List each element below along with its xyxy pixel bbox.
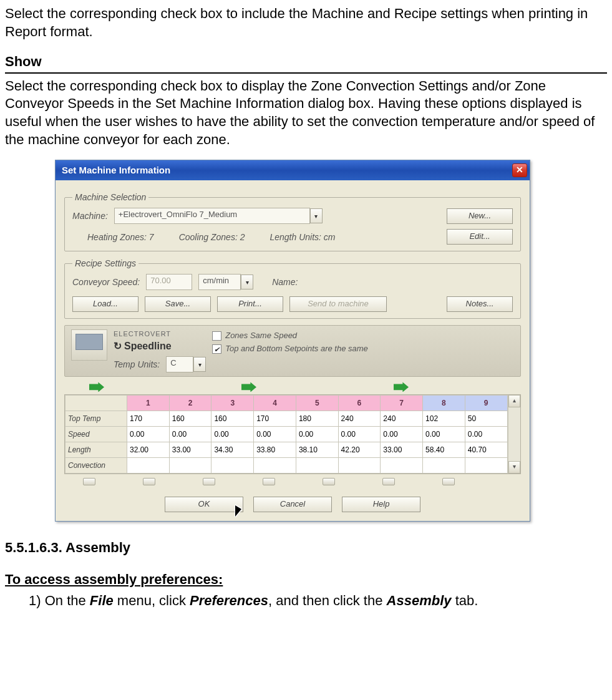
ok-button[interactable]: OK xyxy=(165,497,243,512)
zone-table: 1 2 3 4 5 6 7 8 9 Top Temp 170 160 xyxy=(65,395,508,474)
table-cell[interactable] xyxy=(338,458,381,474)
table-cell[interactable]: 0.00 xyxy=(254,427,296,442)
titlebar: Set Machine Information ✕ xyxy=(56,160,530,180)
temp-units-combo[interactable]: C xyxy=(166,356,193,372)
edit-button[interactable]: Edit... xyxy=(447,229,513,245)
recipe-settings-legend: Recipe Settings xyxy=(72,258,138,269)
show-paragraph: Select the corresponding check box to di… xyxy=(5,77,607,148)
table-cell[interactable]: 160 xyxy=(211,411,254,427)
same-setpoints-checkbox[interactable]: ✔ Top and Bottom Setpoints are the same xyxy=(212,344,514,354)
set-machine-information-dialog: Set Machine Information ✕ Machine Select… xyxy=(55,160,530,522)
table-cell[interactable]: 0.00 xyxy=(423,427,465,442)
machine-label: Machine: xyxy=(72,210,108,221)
zone-table-wrap: 1 2 3 4 5 6 7 8 9 Top Temp 170 160 xyxy=(64,394,521,474)
slider-knob[interactable] xyxy=(143,478,155,485)
speed-unit-combo[interactable]: cm/min xyxy=(198,274,241,290)
table-cell[interactable]: 0.00 xyxy=(296,427,338,442)
row-header: Speed xyxy=(66,427,127,442)
table-cell[interactable]: 170 xyxy=(254,411,296,427)
scroll-down-icon[interactable]: ▾ xyxy=(508,461,520,474)
table-cell[interactable]: 102 xyxy=(423,411,465,427)
table-cell[interactable]: 0.00 xyxy=(381,427,423,442)
step-1: 1) On the File menu, click Preferences, … xyxy=(29,592,607,610)
table-cell[interactable] xyxy=(211,458,254,474)
recipe-settings-group: Recipe Settings Conveyor Speed: 70.00 cm… xyxy=(64,258,521,319)
col-header: 3 xyxy=(211,396,254,411)
flow-arrows xyxy=(64,377,521,394)
conveyor-speed-input[interactable]: 70.00 xyxy=(146,274,192,290)
table-row: Top Temp 170 160 160 170 180 240 240 102… xyxy=(66,411,508,427)
new-button[interactable]: New... xyxy=(447,208,513,224)
table-cell[interactable]: 33.00 xyxy=(381,442,423,458)
col-header: 1 xyxy=(127,396,170,411)
heating-zones-label: Heating Zones: 7 xyxy=(87,231,154,243)
print-button[interactable]: Print... xyxy=(217,296,283,312)
send-to-machine-button[interactable]: Send to machine xyxy=(289,296,387,312)
table-cell[interactable] xyxy=(381,458,423,474)
machine-combo[interactable]: +Electrovert_OmniFlo 7_Medium xyxy=(114,208,310,224)
table-cell[interactable]: 180 xyxy=(296,411,338,427)
notes-button[interactable]: Notes... xyxy=(447,296,513,312)
load-button[interactable]: Load... xyxy=(72,296,138,312)
table-cell[interactable]: 0.00 xyxy=(338,427,381,442)
col-header: 2 xyxy=(169,396,211,411)
table-cell[interactable]: 0.00 xyxy=(169,427,211,442)
slider-knob[interactable] xyxy=(83,478,95,485)
table-cell[interactable]: 33.00 xyxy=(169,442,211,458)
save-button[interactable]: Save... xyxy=(145,296,211,312)
table-cell[interactable] xyxy=(296,458,338,474)
table-header-row: 1 2 3 4 5 6 7 8 9 xyxy=(66,396,508,411)
table-cell[interactable]: 38.10 xyxy=(296,442,338,458)
table-cell[interactable]: 42.20 xyxy=(338,442,381,458)
close-icon[interactable]: ✕ xyxy=(512,163,527,177)
chevron-down-icon[interactable]: ▾ xyxy=(310,208,323,223)
table-cell[interactable]: 32.00 xyxy=(127,442,170,458)
table-row: Speed 0.00 0.00 0.00 0.00 0.00 0.00 0.00… xyxy=(66,427,508,442)
chevron-down-icon[interactable]: ▾ xyxy=(193,357,206,372)
machine-brand-panel: ELECTROVERT ↻Speedline Temp Units: C ▾ Z… xyxy=(64,325,521,377)
table-cell[interactable] xyxy=(169,458,211,474)
table-cell[interactable]: 0.00 xyxy=(127,427,170,442)
table-cell[interactable]: 160 xyxy=(169,411,211,427)
zone-slider-knobs xyxy=(64,474,521,488)
zones-same-speed-checkbox[interactable]: Zones Same Speed xyxy=(212,331,514,341)
dialog-footer-buttons: OK Cancel Help xyxy=(64,497,521,512)
table-cell[interactable]: 240 xyxy=(381,411,423,427)
slider-knob[interactable] xyxy=(323,478,335,485)
table-cell[interactable]: 33.80 xyxy=(254,442,296,458)
cancel-button[interactable]: Cancel xyxy=(253,497,332,512)
vertical-scrollbar[interactable]: ▴ ▾ xyxy=(508,395,520,474)
table-cell[interactable]: 50 xyxy=(465,411,507,427)
table-cell[interactable]: 0.00 xyxy=(465,427,507,442)
table-cell[interactable] xyxy=(254,458,296,474)
scroll-up-icon[interactable]: ▴ xyxy=(508,395,520,407)
slider-knob[interactable] xyxy=(382,478,395,485)
table-cell[interactable]: 0.00 xyxy=(211,427,254,442)
machine-selection-group: Machine Selection Machine: +Electrovert_… xyxy=(64,192,521,251)
table-cell[interactable]: 40.70 xyxy=(465,442,507,458)
help-button[interactable]: Help xyxy=(342,497,420,512)
table-cell[interactable]: 170 xyxy=(127,411,170,427)
chevron-down-icon[interactable]: ▾ xyxy=(241,275,253,289)
table-cell[interactable] xyxy=(423,458,465,474)
col-header: 5 xyxy=(296,396,338,411)
slider-knob[interactable] xyxy=(442,478,455,485)
table-cell[interactable]: 240 xyxy=(338,411,381,427)
col-header: 8 xyxy=(423,396,465,411)
row-header: Length xyxy=(66,442,127,458)
table-row: Convection xyxy=(66,458,508,474)
cooling-zones-label: Cooling Zones: 2 xyxy=(179,231,245,243)
dialog-title: Set Machine Information xyxy=(62,164,170,177)
checkbox-icon[interactable]: ✔ xyxy=(212,344,221,354)
row-header: Convection xyxy=(66,458,127,474)
slider-knob[interactable] xyxy=(203,478,215,485)
slider-knob[interactable] xyxy=(263,478,275,485)
machine-selection-legend: Machine Selection xyxy=(72,192,148,203)
brand-main-label: ↻Speedline xyxy=(114,340,206,353)
checkbox-icon[interactable] xyxy=(212,331,221,341)
table-cell[interactable]: 58.40 xyxy=(423,442,465,458)
table-cell[interactable] xyxy=(127,458,170,474)
table-cell[interactable] xyxy=(465,458,507,474)
table-cell[interactable]: 34.30 xyxy=(211,442,254,458)
show-heading: Show xyxy=(5,53,607,74)
